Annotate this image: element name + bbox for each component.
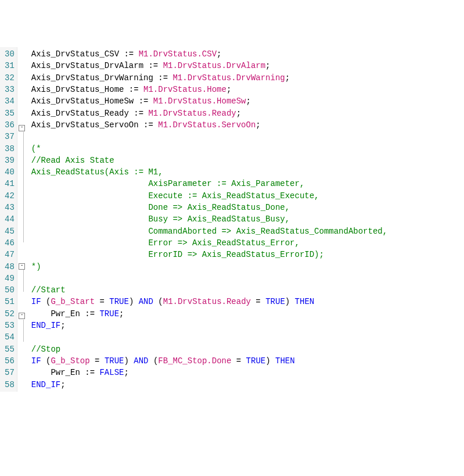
code-line[interactable]: Axis_DrvStatus_Home := M1.DrvStatus.Home… <box>31 84 387 95</box>
fold-cell <box>19 198 26 209</box>
code-token: FB_MC_Stop.Done <box>158 356 231 366</box>
code-line[interactable]: Axis_DrvStatus_DrvWarning := M1.DrvStatu… <box>31 72 387 84</box>
code-line[interactable]: Execute := Axis_ReadStatus_Execute, <box>31 190 387 202</box>
fold-guide-line <box>23 176 24 187</box>
fold-cell <box>19 231 26 242</box>
code-line[interactable]: //Start <box>31 284 387 296</box>
fold-toggle-icon[interactable]: - <box>19 313 25 319</box>
line-number: 30 <box>5 48 15 60</box>
fold-guide-line <box>23 143 24 154</box>
code-token: ; <box>60 380 65 389</box>
code-line[interactable] <box>31 131 387 142</box>
code-line[interactable]: AxisParameter := Axis_Parameter, <box>31 178 387 189</box>
code-token: Axis_ReadStatus(Axis := M1, <box>31 167 163 177</box>
fold-guide-line <box>23 320 24 331</box>
fold-cell <box>19 76 26 85</box>
code-line[interactable]: END_IF; <box>31 320 387 331</box>
code-line[interactable] <box>31 273 387 284</box>
fold-cell <box>19 113 26 123</box>
code-line[interactable]: Busy => Axis_ReadStatus_Busy, <box>31 213 387 225</box>
code-line[interactable]: //Stop <box>31 343 387 355</box>
fold-margin[interactable]: - - - <box>17 47 28 343</box>
code-line[interactable]: (* <box>31 143 387 155</box>
code-token: = <box>231 356 246 366</box>
fold-cell <box>19 301 26 310</box>
line-number: 53 <box>5 320 15 331</box>
code-token: ( <box>153 297 163 306</box>
code-token: Pwr_En := <box>31 309 100 318</box>
code-line[interactable] <box>31 331 387 343</box>
code-line[interactable]: Axis_DrvStatus_CSV := M1.DrvStatus.CSV; <box>31 48 387 60</box>
line-number: 42 <box>5 190 15 202</box>
fold-cell: - <box>19 261 26 270</box>
line-number: 52 <box>5 308 15 320</box>
fold-cell <box>19 165 26 176</box>
code-token: = <box>90 356 105 366</box>
code-token: ; <box>119 309 124 318</box>
line-number: 56 <box>5 355 15 367</box>
line-number: 54 <box>5 331 15 343</box>
code-token: Done => Axis_ReadStatus_Done, <box>31 203 290 212</box>
code-line[interactable]: *) <box>31 261 387 273</box>
code-token: ) <box>129 297 139 306</box>
code-token: TRUE <box>265 297 285 306</box>
code-token: M1.DrvStatus.Home <box>143 85 226 94</box>
line-number: 47 <box>5 249 15 260</box>
code-editor[interactable]: 3031323334353637383940414243444546474849… <box>0 47 464 392</box>
code-token: M1.DrvStatus.HomeSw <box>153 96 246 106</box>
line-number: 39 <box>5 155 15 166</box>
code-line[interactable]: Pwr_En := TRUE; <box>31 308 387 320</box>
code-line[interactable]: CommandAborted => Axis_ReadStatus_Comman… <box>31 226 387 237</box>
code-token: Axis_DrvStatus_DrvWarning := <box>31 73 173 83</box>
code-token: ; <box>60 321 65 330</box>
line-number: 57 <box>5 367 15 378</box>
fold-cell <box>19 270 26 281</box>
code-line[interactable]: IF (G_b_Start = TRUE) AND (M1.DrvStatus.… <box>31 296 387 307</box>
code-token: ; <box>246 96 251 106</box>
code-token: Busy => Axis_ReadStatus_Busy, <box>31 214 290 224</box>
line-number: 32 <box>5 72 15 84</box>
code-area[interactable]: Axis_DrvStatus_CSV := M1.DrvStatus.CSV;A… <box>28 47 387 392</box>
code-line[interactable]: Done => Axis_ReadStatus_Done, <box>31 202 387 213</box>
code-token: M1.DrvStatus.DrvAlarm <box>163 61 265 70</box>
code-line[interactable]: Axis_DrvStatus_HomeSw := M1.DrvStatus.Ho… <box>31 95 387 107</box>
code-token: TRUE <box>246 356 266 366</box>
fold-cell <box>19 95 26 104</box>
code-line[interactable]: Axis_DrvStatus_Ready := M1.DrvStatus.Rea… <box>31 108 387 119</box>
line-number: 35 <box>5 108 15 119</box>
code-token: (* <box>31 144 41 153</box>
code-token: M1.DrvStatus.CSV <box>139 49 217 59</box>
fold-toggle-icon[interactable]: - <box>19 125 25 131</box>
code-token: *) <box>31 262 41 271</box>
line-number: 44 <box>5 213 15 225</box>
code-line[interactable]: //Read Axis State <box>31 155 387 166</box>
code-token: Execute := Axis_ReadStatus_Execute, <box>31 191 319 201</box>
code-token: AND <box>139 297 153 306</box>
code-token: IF <box>31 356 41 366</box>
code-token: CommandAborted => Axis_ReadStatus_Comman… <box>31 227 387 236</box>
code-line[interactable]: IF (G_b_Stop = TRUE) AND (FB_MC_Stop.Don… <box>31 355 387 367</box>
fold-toggle-icon[interactable]: - <box>19 263 25 270</box>
fold-cell: - <box>19 123 26 132</box>
fold-cell <box>19 187 26 198</box>
code-line[interactable]: Axis_DrvStatus_ServoOn := M1.DrvStatus.S… <box>31 119 387 131</box>
fold-cell <box>19 242 26 252</box>
code-line[interactable]: Pwr_En := FALSE; <box>31 367 387 378</box>
fold-cell: - <box>19 310 26 320</box>
fold-guide-line <box>23 132 24 143</box>
line-number: 58 <box>5 379 15 391</box>
code-line[interactable]: END_IF; <box>31 379 387 391</box>
code-line[interactable]: ErrorID => Axis_ReadStatus_ErrorID); <box>31 249 387 260</box>
code-token: ) <box>265 356 275 366</box>
fold-cell <box>19 252 26 261</box>
code-token: //Start <box>31 285 66 295</box>
code-line[interactable]: Axis_ReadStatus(Axis := M1, <box>31 166 387 178</box>
code-token: IF <box>31 297 41 306</box>
code-token: Axis_DrvStatus_ServoOn := <box>31 120 158 130</box>
line-number: 41 <box>5 178 15 189</box>
code-token: TRUE <box>105 356 124 366</box>
fold-guide-line <box>23 231 24 242</box>
code-token: TRUE <box>109 297 129 306</box>
code-line[interactable]: Error => Axis_ReadStatus_Error, <box>31 237 387 249</box>
code-line[interactable]: Axis_DrvStatus_DrvAlarm := M1.DrvStatus.… <box>31 60 387 71</box>
